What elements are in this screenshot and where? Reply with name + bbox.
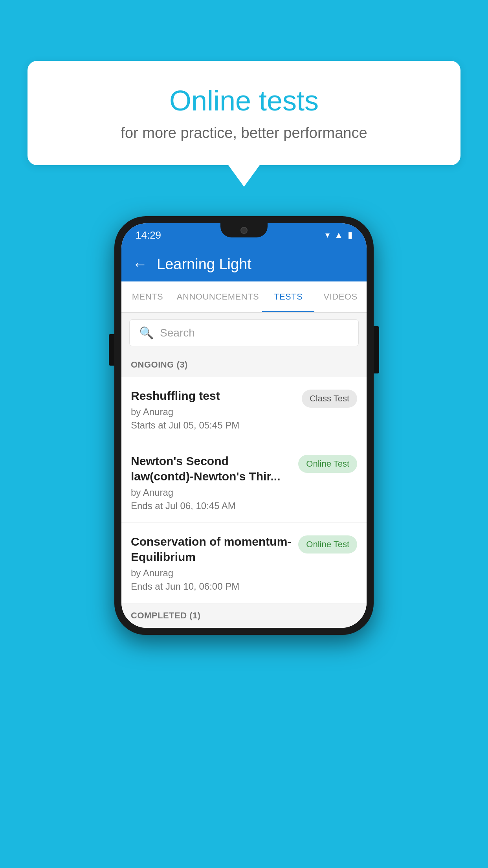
test-info-3: Conservation of momentum-Equilibrium by … [131,534,298,592]
test-title-3: Conservation of momentum-Equilibrium [131,534,292,565]
camera-icon [240,227,248,234]
test-item-conservation[interactable]: Conservation of momentum-Equilibrium by … [121,523,367,603]
test-author-3: by Anurag [131,568,292,579]
phone-screen: 14:29 ▾ ▲ ▮ ← Learning Light MENTS ANNOU… [121,223,367,628]
back-button[interactable]: ← [132,256,147,273]
status-time: 14:29 [136,229,161,241]
speech-bubble-section: Online tests for more practice, better p… [28,61,460,187]
test-info-1: Reshuffling test by Anurag Starts at Jul… [131,388,302,431]
test-title-1: Reshuffling test [131,388,295,403]
test-badge-1: Class Test [302,390,357,408]
test-author-1: by Anurag [131,406,295,417]
tests-list: Reshuffling test by Anurag Starts at Jul… [121,377,367,603]
phone-mockup: 14:29 ▾ ▲ ▮ ← Learning Light MENTS ANNOU… [114,216,374,635]
test-item-newton[interactable]: Newton's Second law(contd)-Newton's Thir… [121,442,367,523]
test-date-2: Ends at Jul 06, 10:45 AM [131,500,292,511]
search-bar[interactable]: 🔍 Search [129,319,359,346]
notch [220,223,268,237]
test-title-2: Newton's Second law(contd)-Newton's Thir… [131,453,292,484]
phone-outer: 14:29 ▾ ▲ ▮ ← Learning Light MENTS ANNOU… [114,216,374,635]
app-title: Learning Light [157,256,251,273]
speech-bubble-subtitle: for more practice, better performance [59,125,429,142]
app-header: ← Learning Light [121,247,367,281]
search-input[interactable]: Search [160,327,195,339]
signal-icon: ▲ [334,230,343,240]
speech-bubble: Online tests for more practice, better p… [28,61,460,165]
test-info-2: Newton's Second law(contd)-Newton's Thir… [131,453,298,511]
search-container: 🔍 Search [121,313,367,353]
tab-tests[interactable]: TESTS [262,281,314,312]
test-author-2: by Anurag [131,487,292,498]
completed-section-header: COMPLETED (1) [121,603,367,628]
test-badge-2: Online Test [298,455,357,473]
test-date-1: Starts at Jul 05, 05:45 PM [131,420,295,431]
wifi-icon: ▾ [325,230,330,240]
test-badge-3: Online Test [298,535,357,554]
tabs-bar: MENTS ANNOUNCEMENTS TESTS VIDEOS [121,281,367,313]
ongoing-section-header: ONGOING (3) [121,353,367,377]
status-bar: 14:29 ▾ ▲ ▮ [121,223,367,247]
speech-bubble-arrow [228,165,260,187]
test-date-3: Ends at Jun 10, 06:00 PM [131,581,292,592]
status-icons: ▾ ▲ ▮ [325,230,352,240]
search-icon: 🔍 [139,326,154,340]
tab-ments[interactable]: MENTS [121,281,174,312]
tab-videos[interactable]: VIDEOS [314,281,367,312]
tab-announcements[interactable]: ANNOUNCEMENTS [174,281,262,312]
test-item-reshuffling[interactable]: Reshuffling test by Anurag Starts at Jul… [121,377,367,442]
speech-bubble-title: Online tests [59,85,429,117]
battery-icon: ▮ [348,230,352,240]
